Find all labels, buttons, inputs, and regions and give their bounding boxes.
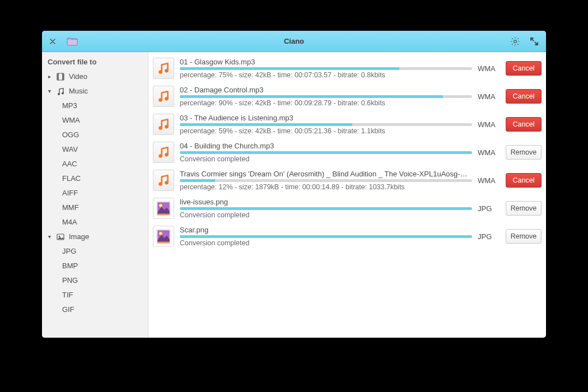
format-tree: ▸Video▾MusicMP3WMAOGGWAVAACFLACAIFFMMFM4… xyxy=(42,69,148,317)
audio-thumbnail xyxy=(153,170,174,191)
chevron-right-icon: ▸ xyxy=(46,72,52,82)
item-status: percentage: 59% - size: 42kB - time: 00:… xyxy=(180,127,472,135)
item-filename: Scar.png xyxy=(180,226,472,234)
item-status: percentage: 75% - size: 42kB - time: 00:… xyxy=(180,71,472,79)
chevron-down-icon: ▾ xyxy=(46,86,52,96)
queue-item: 02 - Damage Control.mp3percentage: 90% -… xyxy=(153,83,542,111)
item-status: percentage: 12% - size: 1879kB - time: 0… xyxy=(180,183,472,191)
category-music[interactable]: ▾Music xyxy=(42,84,148,99)
picture-icon xyxy=(156,201,171,216)
cancel-button[interactable]: Cancel xyxy=(506,89,542,104)
format-mmf[interactable]: MMF xyxy=(42,200,148,215)
audio-thumbnail xyxy=(153,58,174,79)
gear-icon xyxy=(510,36,520,46)
folder-icon xyxy=(67,37,78,46)
item-filename: 02 - Damage Control.mp3 xyxy=(180,86,472,94)
item-status: percentage: 90% - size: 42kB - time: 00:… xyxy=(180,99,472,107)
remove-button[interactable]: Remove xyxy=(506,201,542,216)
app-window: Ciano Convert file to ▸Video▾MusicMP3WMA… xyxy=(42,31,546,338)
music-note-icon xyxy=(156,173,171,188)
category-image[interactable]: ▾Image xyxy=(42,230,148,244)
format-png[interactable]: PNG xyxy=(42,273,148,288)
progress-bar xyxy=(180,123,472,126)
note-icon xyxy=(55,87,66,96)
item-status: Conversion completed xyxy=(180,155,472,163)
format-tif[interactable]: TIF xyxy=(42,288,148,302)
close-icon xyxy=(50,39,55,44)
item-info: Travis Cormier sings 'Dream On' (Aerosmi… xyxy=(180,170,472,191)
progress-bar xyxy=(180,179,472,182)
progress-bar xyxy=(180,95,472,98)
format-m4a[interactable]: M4A xyxy=(42,215,148,230)
target-format: WMA xyxy=(478,120,500,129)
queue-item: 01 - Glasgow Kids.mp3percentage: 75% - s… xyxy=(153,55,542,83)
cancel-button[interactable]: Cancel xyxy=(506,117,542,132)
format-bmp[interactable]: BMP xyxy=(42,259,148,273)
item-status: Conversion completed xyxy=(180,211,472,219)
category-video[interactable]: ▸Video xyxy=(42,69,148,84)
audio-thumbnail xyxy=(153,114,174,135)
item-filename: 01 - Glasgow Kids.mp3 xyxy=(180,58,472,66)
settings-button[interactable] xyxy=(508,34,522,49)
sidebar[interactable]: Convert file to ▸Video▾MusicMP3WMAOGGWAV… xyxy=(42,52,148,338)
format-wma[interactable]: WMA xyxy=(42,113,148,128)
cancel-button[interactable]: Cancel xyxy=(506,173,542,188)
film-icon xyxy=(55,72,66,81)
expand-icon xyxy=(530,38,538,45)
chevron-down-icon: ▾ xyxy=(46,232,52,242)
queue-item: 04 - Building the Church.mp3Conversion c… xyxy=(153,139,542,167)
app-title: Ciano xyxy=(42,37,546,45)
fullscreen-button[interactable] xyxy=(527,34,542,49)
conversion-queue[interactable]: 01 - Glasgow Kids.mp3percentage: 75% - s… xyxy=(148,52,546,338)
format-aiff[interactable]: AIFF xyxy=(42,186,148,200)
progress-bar xyxy=(180,151,472,154)
queue-item: Scar.pngConversion completedJPGRemove xyxy=(153,223,542,251)
queue-item: 03 - The Audience is Listening.mp3percen… xyxy=(153,111,542,139)
format-ogg[interactable]: OGG xyxy=(42,128,148,142)
item-filename: Travis Cormier sings 'Dream On' (Aerosmi… xyxy=(180,170,472,178)
music-note-icon xyxy=(156,61,171,76)
item-filename: live-issues.png xyxy=(180,198,472,206)
target-format: WMA xyxy=(478,64,500,73)
item-info: Scar.pngConversion completed xyxy=(180,226,472,247)
music-note-icon xyxy=(156,145,171,160)
item-filename: 03 - The Audience is Listening.mp3 xyxy=(180,114,472,122)
progress-bar xyxy=(180,67,472,70)
item-info: live-issues.pngConversion completed xyxy=(180,198,472,219)
progress-bar xyxy=(180,235,472,238)
target-format: WMA xyxy=(478,92,500,101)
music-note-icon xyxy=(156,89,171,104)
target-format: WMA xyxy=(478,148,500,157)
format-jpg[interactable]: JPG xyxy=(42,244,148,259)
category-label: Music xyxy=(69,86,88,96)
remove-button[interactable]: Remove xyxy=(506,229,542,244)
format-gif[interactable]: GIF xyxy=(42,302,148,317)
item-info: 02 - Damage Control.mp3percentage: 90% -… xyxy=(180,86,472,107)
music-note-icon xyxy=(156,117,171,132)
queue-item: live-issues.pngConversion completedJPGRe… xyxy=(153,195,542,223)
item-status: Conversion completed xyxy=(180,239,472,247)
audio-thumbnail xyxy=(153,142,174,163)
item-info: 04 - Building the Church.mp3Conversion c… xyxy=(180,142,472,163)
category-label: Video xyxy=(69,72,87,82)
picture-icon xyxy=(156,229,171,244)
open-folder-button[interactable] xyxy=(64,35,80,48)
format-flac[interactable]: FLAC xyxy=(42,171,148,186)
target-format: JPG xyxy=(478,232,500,241)
format-aac[interactable]: AAC xyxy=(42,157,148,171)
image-thumbnail xyxy=(153,198,174,219)
category-label: Image xyxy=(69,232,89,242)
target-format: WMA xyxy=(478,176,500,185)
sidebar-heading: Convert file to xyxy=(42,57,148,69)
queue-item: Travis Cormier sings 'Dream On' (Aerosmi… xyxy=(153,167,542,195)
svg-point-1 xyxy=(514,40,517,43)
item-info: 01 - Glasgow Kids.mp3percentage: 75% - s… xyxy=(180,58,472,79)
audio-thumbnail xyxy=(153,86,174,107)
remove-button[interactable]: Remove xyxy=(506,145,542,160)
progress-bar xyxy=(180,207,472,210)
close-button[interactable] xyxy=(46,35,59,48)
cancel-button[interactable]: Cancel xyxy=(506,61,542,76)
format-mp3[interactable]: MP3 xyxy=(42,99,148,113)
format-wav[interactable]: WAV xyxy=(42,142,148,157)
titlebar: Ciano xyxy=(42,31,546,52)
